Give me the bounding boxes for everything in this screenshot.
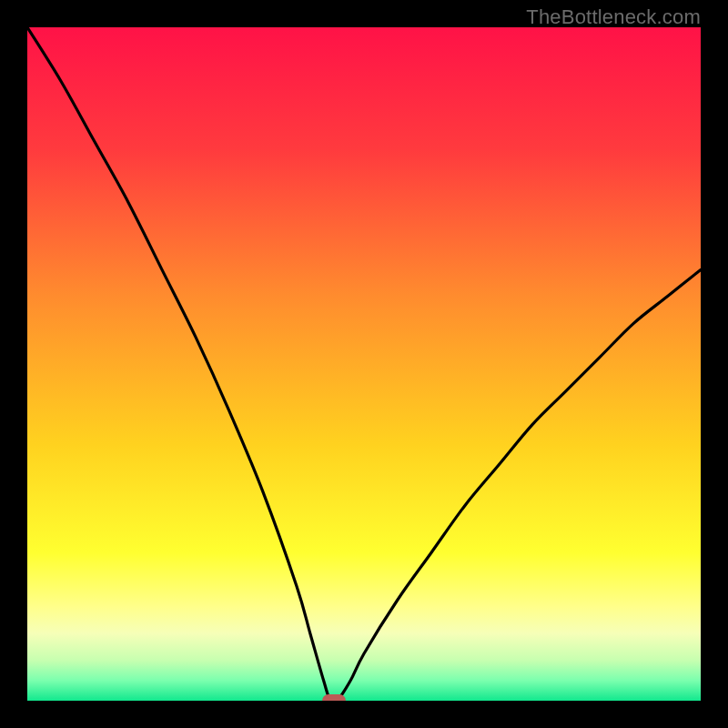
watermark-label: TheBottleneck.com <box>526 5 701 29</box>
plot-area <box>27 27 701 701</box>
minimum-marker <box>322 694 346 701</box>
chart-frame: TheBottleneck.com <box>0 0 728 728</box>
bottleneck-curve <box>27 27 701 701</box>
